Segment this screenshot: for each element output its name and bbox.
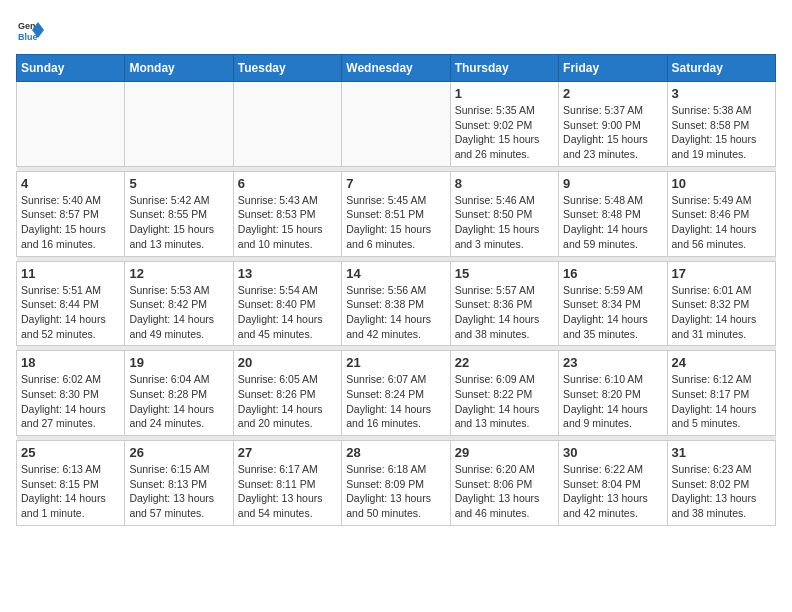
sunset: Sunset: 8:09 PM: [346, 478, 424, 490]
day-info: Sunrise: 6:23 AM Sunset: 8:02 PM Dayligh…: [672, 462, 771, 521]
day-info: Sunrise: 6:15 AM Sunset: 8:13 PM Dayligh…: [129, 462, 228, 521]
weekday-header-wednesday: Wednesday: [342, 55, 450, 82]
day-info: Sunrise: 6:18 AM Sunset: 8:09 PM Dayligh…: [346, 462, 445, 521]
day-info: Sunrise: 5:49 AM Sunset: 8:46 PM Dayligh…: [672, 193, 771, 252]
daylight: Daylight: 13 hours and 57 minutes.: [129, 492, 214, 519]
day-info: Sunrise: 6:10 AM Sunset: 8:20 PM Dayligh…: [563, 372, 662, 431]
header: Gen Blue: [16, 16, 776, 44]
day-number: 17: [672, 266, 771, 281]
daylight: Daylight: 14 hours and 31 minutes.: [672, 313, 757, 340]
sunset: Sunset: 8:28 PM: [129, 388, 207, 400]
calendar: SundayMondayTuesdayWednesdayThursdayFrid…: [16, 54, 776, 526]
daylight: Daylight: 15 hours and 6 minutes.: [346, 223, 431, 250]
calendar-cell: [17, 82, 125, 167]
sunrise: Sunrise: 5:43 AM: [238, 194, 318, 206]
weekday-header-row: SundayMondayTuesdayWednesdayThursdayFrid…: [17, 55, 776, 82]
sunrise: Sunrise: 6:01 AM: [672, 284, 752, 296]
calendar-cell: 26 Sunrise: 6:15 AM Sunset: 8:13 PM Dayl…: [125, 441, 233, 526]
sunset: Sunset: 8:51 PM: [346, 208, 424, 220]
weekday-header-saturday: Saturday: [667, 55, 775, 82]
day-number: 30: [563, 445, 662, 460]
sunset: Sunset: 8:36 PM: [455, 298, 533, 310]
day-number: 12: [129, 266, 228, 281]
daylight: Daylight: 14 hours and 59 minutes.: [563, 223, 648, 250]
daylight: Daylight: 13 hours and 54 minutes.: [238, 492, 323, 519]
day-info: Sunrise: 5:40 AM Sunset: 8:57 PM Dayligh…: [21, 193, 120, 252]
weekday-header-monday: Monday: [125, 55, 233, 82]
calendar-cell: 9 Sunrise: 5:48 AM Sunset: 8:48 PM Dayli…: [559, 171, 667, 256]
daylight: Daylight: 14 hours and 13 minutes.: [455, 403, 540, 430]
sunrise: Sunrise: 6:05 AM: [238, 373, 318, 385]
day-info: Sunrise: 5:42 AM Sunset: 8:55 PM Dayligh…: [129, 193, 228, 252]
sunset: Sunset: 8:04 PM: [563, 478, 641, 490]
calendar-cell: [125, 82, 233, 167]
day-info: Sunrise: 5:57 AM Sunset: 8:36 PM Dayligh…: [455, 283, 554, 342]
daylight: Daylight: 14 hours and 9 minutes.: [563, 403, 648, 430]
sunrise: Sunrise: 6:02 AM: [21, 373, 101, 385]
sunrise: Sunrise: 5:59 AM: [563, 284, 643, 296]
day-info: Sunrise: 5:56 AM Sunset: 8:38 PM Dayligh…: [346, 283, 445, 342]
day-info: Sunrise: 6:01 AM Sunset: 8:32 PM Dayligh…: [672, 283, 771, 342]
calendar-cell: [342, 82, 450, 167]
daylight: Daylight: 14 hours and 45 minutes.: [238, 313, 323, 340]
calendar-cell: 31 Sunrise: 6:23 AM Sunset: 8:02 PM Dayl…: [667, 441, 775, 526]
day-number: 4: [21, 176, 120, 191]
week-row-1: 1 Sunrise: 5:35 AM Sunset: 9:02 PM Dayli…: [17, 82, 776, 167]
calendar-cell: 27 Sunrise: 6:17 AM Sunset: 8:11 PM Dayl…: [233, 441, 341, 526]
daylight: Daylight: 15 hours and 16 minutes.: [21, 223, 106, 250]
sunset: Sunset: 8:17 PM: [672, 388, 750, 400]
sunset: Sunset: 8:30 PM: [21, 388, 99, 400]
calendar-cell: 3 Sunrise: 5:38 AM Sunset: 8:58 PM Dayli…: [667, 82, 775, 167]
day-info: Sunrise: 6:09 AM Sunset: 8:22 PM Dayligh…: [455, 372, 554, 431]
calendar-cell: 14 Sunrise: 5:56 AM Sunset: 8:38 PM Dayl…: [342, 261, 450, 346]
weekday-header-thursday: Thursday: [450, 55, 558, 82]
sunset: Sunset: 8:24 PM: [346, 388, 424, 400]
calendar-cell: 10 Sunrise: 5:49 AM Sunset: 8:46 PM Dayl…: [667, 171, 775, 256]
day-info: Sunrise: 5:35 AM Sunset: 9:02 PM Dayligh…: [455, 103, 554, 162]
calendar-cell: 18 Sunrise: 6:02 AM Sunset: 8:30 PM Dayl…: [17, 351, 125, 436]
day-number: 14: [346, 266, 445, 281]
sunset: Sunset: 8:26 PM: [238, 388, 316, 400]
calendar-cell: 1 Sunrise: 5:35 AM Sunset: 9:02 PM Dayli…: [450, 82, 558, 167]
weekday-header-sunday: Sunday: [17, 55, 125, 82]
daylight: Daylight: 15 hours and 26 minutes.: [455, 133, 540, 160]
day-number: 27: [238, 445, 337, 460]
sunrise: Sunrise: 6:20 AM: [455, 463, 535, 475]
day-info: Sunrise: 6:13 AM Sunset: 8:15 PM Dayligh…: [21, 462, 120, 521]
calendar-cell: 4 Sunrise: 5:40 AM Sunset: 8:57 PM Dayli…: [17, 171, 125, 256]
daylight: Daylight: 15 hours and 3 minutes.: [455, 223, 540, 250]
sunrise: Sunrise: 5:48 AM: [563, 194, 643, 206]
daylight: Daylight: 13 hours and 50 minutes.: [346, 492, 431, 519]
calendar-cell: 28 Sunrise: 6:18 AM Sunset: 8:09 PM Dayl…: [342, 441, 450, 526]
calendar-cell: 6 Sunrise: 5:43 AM Sunset: 8:53 PM Dayli…: [233, 171, 341, 256]
sunset: Sunset: 8:42 PM: [129, 298, 207, 310]
day-number: 29: [455, 445, 554, 460]
sunrise: Sunrise: 6:07 AM: [346, 373, 426, 385]
day-number: 3: [672, 86, 771, 101]
day-info: Sunrise: 6:20 AM Sunset: 8:06 PM Dayligh…: [455, 462, 554, 521]
sunset: Sunset: 8:15 PM: [21, 478, 99, 490]
sunset: Sunset: 8:44 PM: [21, 298, 99, 310]
sunrise: Sunrise: 5:46 AM: [455, 194, 535, 206]
day-info: Sunrise: 6:02 AM Sunset: 8:30 PM Dayligh…: [21, 372, 120, 431]
weekday-header-friday: Friday: [559, 55, 667, 82]
day-number: 9: [563, 176, 662, 191]
sunset: Sunset: 8:46 PM: [672, 208, 750, 220]
day-info: Sunrise: 6:17 AM Sunset: 8:11 PM Dayligh…: [238, 462, 337, 521]
sunset: Sunset: 8:11 PM: [238, 478, 316, 490]
sunrise: Sunrise: 5:35 AM: [455, 104, 535, 116]
calendar-cell: 13 Sunrise: 5:54 AM Sunset: 8:40 PM Dayl…: [233, 261, 341, 346]
sunrise: Sunrise: 6:10 AM: [563, 373, 643, 385]
sunrise: Sunrise: 6:09 AM: [455, 373, 535, 385]
sunrise: Sunrise: 5:54 AM: [238, 284, 318, 296]
day-number: 16: [563, 266, 662, 281]
logo: Gen Blue: [16, 16, 48, 44]
svg-text:Blue: Blue: [18, 32, 38, 42]
day-number: 22: [455, 355, 554, 370]
sunrise: Sunrise: 5:51 AM: [21, 284, 101, 296]
calendar-cell: 17 Sunrise: 6:01 AM Sunset: 8:32 PM Dayl…: [667, 261, 775, 346]
sunrise: Sunrise: 6:18 AM: [346, 463, 426, 475]
calendar-cell: 5 Sunrise: 5:42 AM Sunset: 8:55 PM Dayli…: [125, 171, 233, 256]
sunrise: Sunrise: 5:45 AM: [346, 194, 426, 206]
day-info: Sunrise: 6:04 AM Sunset: 8:28 PM Dayligh…: [129, 372, 228, 431]
